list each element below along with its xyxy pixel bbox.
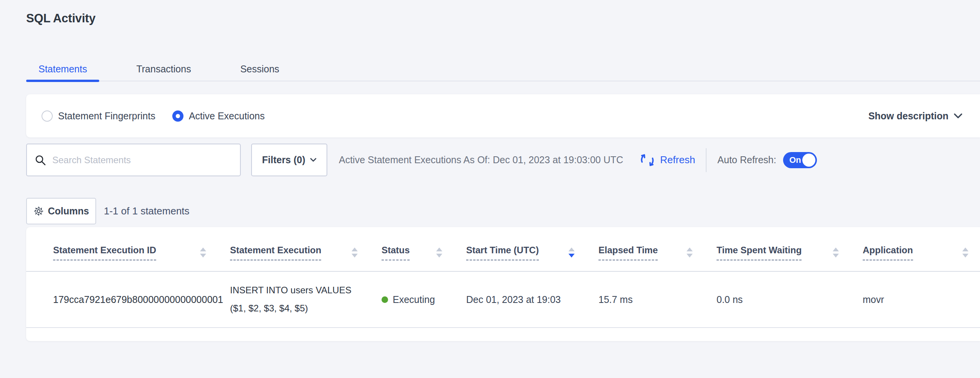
sort-desc-icon [568, 248, 575, 258]
tab-transactions-label: Transactions [136, 64, 191, 75]
filters-button[interactable]: Filters (0) [251, 144, 327, 176]
search-icon [35, 154, 46, 166]
refresh-button[interactable]: Refresh [639, 152, 695, 168]
table-toolbar: Columns 1-1 of 1 statements [26, 198, 980, 224]
show-description-toggle[interactable]: Show description [868, 110, 962, 122]
sort-icon [962, 248, 968, 258]
column-header-status[interactable]: Status [382, 227, 466, 271]
column-header-elapsed-time[interactable]: Elapsed Time [598, 227, 717, 271]
search-input[interactable] [52, 155, 232, 166]
status-executing-dot-icon [382, 296, 388, 303]
cell-time-spent-waiting: 0.0 ns [717, 271, 863, 328]
cell-status: Executing [382, 271, 466, 328]
columns-button-label: Columns [48, 206, 89, 217]
refresh-label: Refresh [660, 154, 695, 166]
columns-button[interactable]: Columns [26, 198, 96, 224]
cell-application: movr [863, 271, 980, 328]
cell-execution-id: 179cca7921e679b80000000000000001 [26, 271, 230, 328]
gear-icon [33, 206, 44, 216]
tab-transactions[interactable]: Transactions [124, 58, 203, 80]
sort-icon [687, 248, 693, 258]
sort-icon [352, 248, 358, 258]
tab-statements-label: Statements [38, 64, 87, 75]
tab-sessions-label: Sessions [240, 64, 279, 75]
show-description-label: Show description [868, 110, 948, 122]
sort-icon [436, 248, 442, 258]
controls-row: Filters (0) Active Statement Executions … [26, 144, 980, 176]
search-box [26, 144, 241, 176]
tab-statements[interactable]: Statements [26, 58, 99, 80]
radio-unselected-icon [42, 110, 53, 122]
results-count: 1-1 of 1 statements [104, 205, 190, 217]
tab-bar: Statements Transactions Sessions [26, 58, 980, 82]
chevron-down-icon [954, 113, 962, 119]
auto-refresh-toggle[interactable]: On [783, 152, 817, 168]
as-of-text: Active Statement Executions As Of: Dec 0… [339, 154, 623, 166]
radio-active-executions[interactable]: Active Executions [172, 110, 265, 122]
cell-elapsed-time: 15.7 ms [598, 271, 717, 328]
sort-icon [200, 248, 206, 258]
toggle-knob-icon [802, 154, 815, 167]
table-header-row: Statement Execution ID Statement Executi… [26, 227, 980, 271]
radio-active-executions-label: Active Executions [189, 110, 265, 122]
column-header-application[interactable]: Application [863, 227, 980, 271]
statements-table: Statement Execution ID Statement Executi… [26, 227, 980, 328]
status-label: Executing [393, 294, 435, 305]
column-header-statement-execution-id[interactable]: Statement Execution ID [26, 227, 230, 271]
sql-activity-page: SQL Activity Statements Transactions Ses… [0, 0, 980, 378]
table-row: 179cca7921e679b80000000000000001 INSERT … [26, 271, 980, 328]
sort-icon [833, 248, 839, 258]
vertical-divider [706, 148, 707, 172]
chevron-down-icon [310, 158, 317, 162]
cell-statement: INSERT INTO users VALUES ($1, $2, $3, $4… [230, 271, 382, 328]
radio-selected-icon [172, 110, 183, 122]
cell-start-time: Dec 01, 2023 at 19:03 [466, 271, 598, 328]
auto-refresh-state: On [789, 155, 801, 165]
view-mode-card: Statement Fingerprints Active Executions… [26, 94, 980, 137]
radio-statement-fingerprints[interactable]: Statement Fingerprints [42, 110, 155, 122]
column-header-start-time[interactable]: Start Time (UTC) [466, 227, 598, 271]
tab-sessions[interactable]: Sessions [228, 58, 292, 80]
statements-table-card: Statement Execution ID Statement Executi… [26, 227, 980, 341]
radio-statement-fingerprints-label: Statement Fingerprints [58, 110, 155, 122]
column-header-time-spent-waiting[interactable]: Time Spent Waiting [717, 227, 863, 271]
refresh-icon [639, 152, 655, 168]
filters-button-label: Filters (0) [262, 154, 305, 166]
auto-refresh-label: Auto Refresh: [717, 154, 776, 166]
page-title: SQL Activity [26, 12, 95, 25]
column-header-statement-execution[interactable]: Statement Execution [230, 227, 382, 271]
